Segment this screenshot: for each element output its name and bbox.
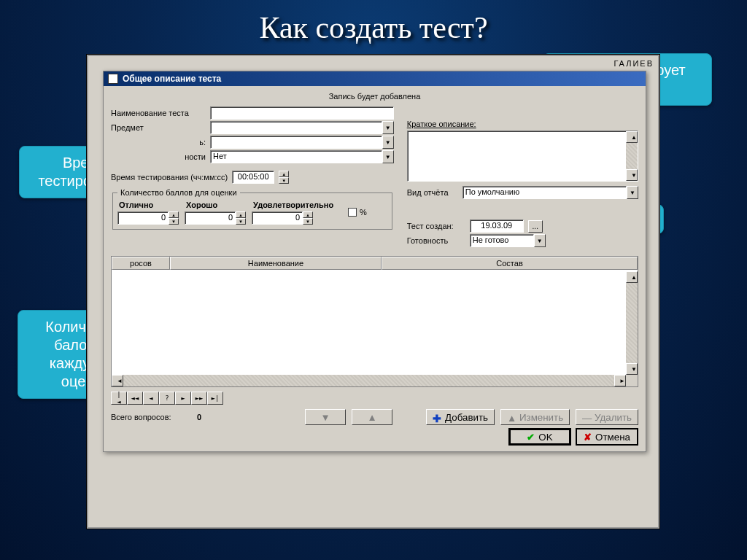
- minus-icon: —: [582, 413, 591, 421]
- input-grade-c[interactable]: 0: [252, 211, 303, 225]
- subject-dropdown-button[interactable]: ▼: [382, 121, 394, 134]
- label-readiness: Готовность: [407, 236, 465, 245]
- label-class: ь:: [111, 138, 206, 147]
- input-test-name[interactable]: [210, 106, 394, 120]
- value-total-questions: 0: [190, 413, 209, 421]
- move-up-button[interactable]: ▲: [352, 409, 392, 425]
- grade-b-header: Хорошо: [185, 200, 246, 210]
- grade-b-down[interactable]: ▼: [236, 218, 246, 225]
- table-vscroll-track[interactable]: [626, 283, 638, 363]
- input-grade-a[interactable]: 0: [117, 211, 169, 225]
- delete-button-label: Удалить: [595, 412, 632, 423]
- grade-c-up[interactable]: ▲: [303, 211, 313, 218]
- label-total-questions: Всего вопросов:: [111, 413, 184, 421]
- readiness-dropdown-button[interactable]: ▼: [534, 234, 546, 247]
- ok-label: OK: [538, 432, 552, 443]
- nav-last[interactable]: ►|: [207, 392, 223, 405]
- grade-c-header: Удовлетворительно: [252, 200, 335, 210]
- date-picker-button[interactable]: ...: [528, 220, 543, 233]
- label-difficulty: ности: [111, 152, 206, 161]
- table-scroll-down[interactable]: ▼: [626, 363, 638, 375]
- dialog-title-text: Общее описание теста: [123, 74, 221, 84]
- grade-a-down[interactable]: ▼: [169, 218, 179, 225]
- report-dropdown-button[interactable]: ▼: [627, 186, 638, 199]
- grade-c-down[interactable]: ▼: [303, 218, 313, 225]
- col-name[interactable]: Наименование: [170, 257, 382, 270]
- nav-next[interactable]: ►: [175, 392, 191, 405]
- input-created-date[interactable]: 19.03.09: [470, 219, 524, 233]
- input-class[interactable]: [210, 136, 382, 149]
- desc-scrollbar-track[interactable]: [626, 143, 638, 169]
- table-scroll-corner: [626, 375, 638, 386]
- edit-button[interactable]: ▲ Изменить: [500, 409, 570, 425]
- app-frame: ГАЛИЕВ Общее описание теста Запись будет…: [87, 55, 659, 529]
- table-hscroll-track[interactable]: [123, 375, 614, 386]
- ok-button[interactable]: ✔ OK: [508, 428, 571, 446]
- nav-prev[interactable]: ◄: [143, 392, 159, 405]
- nav-first[interactable]: |◄: [111, 392, 127, 405]
- input-readiness[interactable]: Не готово: [470, 234, 534, 247]
- textarea-short-desc[interactable]: ▲ ▼: [407, 131, 638, 182]
- desc-scroll-down[interactable]: ▼: [626, 169, 638, 181]
- col-questions[interactable]: росов: [112, 257, 170, 270]
- edit-icon: ▲: [507, 413, 516, 421]
- add-button[interactable]: ✚ Добавить: [426, 409, 495, 425]
- cross-icon: ✘: [584, 432, 592, 443]
- dialog-icon: [108, 74, 118, 84]
- class-dropdown-button[interactable]: ▼: [382, 136, 394, 149]
- label-report-type: Вид отчёта: [407, 188, 458, 197]
- nav-next-page[interactable]: ►►: [191, 392, 207, 405]
- time-spin-up[interactable]: ▲: [279, 171, 289, 177]
- input-test-time[interactable]: 00:05:00: [232, 171, 274, 184]
- label-subject: Предмет: [111, 123, 206, 132]
- table-scroll-up[interactable]: ▲: [626, 271, 638, 283]
- group-grades: Количество баллов для оценки Отлично 0 ▲…: [112, 188, 392, 230]
- move-down-button[interactable]: ▼: [305, 409, 346, 425]
- record-navigator: |◄ ◄◄ ◄ ? ► ►► ►|: [111, 392, 638, 405]
- dialog-test-description: Общее описание теста Запись будет добавл…: [103, 71, 646, 452]
- outer-window-label: ГАЛИЕВ: [614, 59, 654, 68]
- table-scroll-left[interactable]: ◄: [112, 375, 123, 386]
- cancel-button[interactable]: ✘ Отмена: [576, 428, 638, 446]
- label-test-name: Наименование теста: [111, 109, 206, 117]
- slide-title: Как создать тест?: [0, 0, 747, 51]
- dialog-titlebar: Общее описание теста: [104, 71, 646, 86]
- delete-button[interactable]: — Удалить: [576, 409, 638, 425]
- checkbox-percent[interactable]: [348, 208, 357, 217]
- input-report-type[interactable]: По умолчанию: [462, 186, 627, 199]
- col-content[interactable]: Состав: [382, 257, 638, 270]
- edit-button-label: Изменить: [519, 412, 563, 423]
- input-grade-b[interactable]: 0: [185, 211, 236, 225]
- label-test-time: Время тестирования (чч:мм:сс): [111, 173, 228, 182]
- label-short-desc: Краткое описание:: [407, 120, 638, 128]
- label-percent: %: [360, 208, 367, 217]
- input-difficulty[interactable]: Нет: [210, 150, 382, 163]
- label-created: Тест создан:: [407, 222, 465, 230]
- table-body[interactable]: [112, 271, 626, 375]
- check-icon: ✔: [527, 432, 535, 443]
- table-sections: росов Наименование Состав ▲ ▼ ◄ ►: [111, 256, 638, 387]
- cancel-label: Отмена: [595, 432, 630, 443]
- nav-help[interactable]: ?: [159, 392, 175, 405]
- grade-a-up[interactable]: ▲: [169, 211, 179, 218]
- nav-prev-page[interactable]: ◄◄: [127, 392, 143, 405]
- desc-scroll-up[interactable]: ▲: [626, 131, 638, 143]
- status-hint: Запись будет добавлена: [111, 90, 638, 105]
- grade-a-header: Отлично: [117, 200, 179, 210]
- input-subject[interactable]: [210, 121, 382, 134]
- plus-icon: ✚: [433, 413, 441, 421]
- time-spin-down[interactable]: ▼: [279, 177, 289, 184]
- legend-grades: Количество баллов для оценки: [117, 188, 240, 197]
- table-scroll-right[interactable]: ►: [614, 375, 626, 386]
- add-button-label: Добавить: [445, 412, 488, 423]
- grade-b-up[interactable]: ▲: [236, 211, 246, 218]
- difficulty-dropdown-button[interactable]: ▼: [382, 150, 394, 163]
